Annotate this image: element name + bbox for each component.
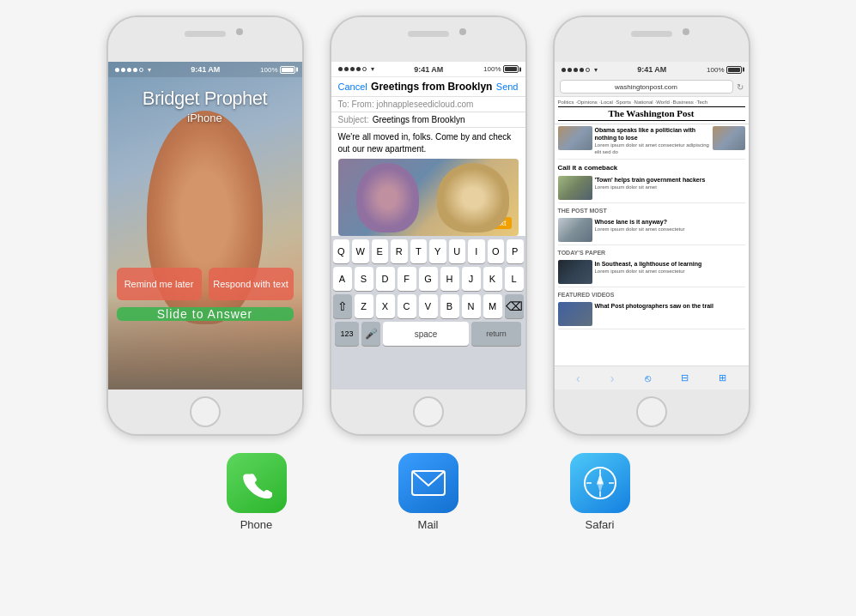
safari-bookmarks-btn[interactable]: ⊟ bbox=[681, 372, 689, 383]
key-s[interactable]: S bbox=[355, 267, 373, 291]
iphone-safari: ▾ 9:41 AM 100% washingtonpost.com bbox=[553, 15, 750, 436]
mail-cancel-btn[interactable]: Cancel bbox=[338, 82, 367, 92]
safari-app-label: Safari bbox=[586, 518, 615, 531]
iphone-home-bar-safari bbox=[555, 390, 749, 434]
caller-name: Bridget Prophet bbox=[108, 88, 302, 110]
key-row-1: Q W E R T Y U I O P bbox=[333, 239, 524, 263]
safari-url-text: washingtonpost.com bbox=[615, 83, 677, 91]
mail-topbar: Cancel Greetings from Brooklyn Send bbox=[331, 77, 525, 97]
wp-article-img-2 bbox=[558, 176, 592, 200]
safari-forward-btn[interactable]: › bbox=[610, 371, 615, 385]
iphone-top-bar bbox=[108, 17, 302, 62]
key-j[interactable]: J bbox=[462, 267, 481, 291]
phone-app-icon[interactable] bbox=[227, 453, 287, 513]
key-m[interactable]: M bbox=[483, 294, 502, 318]
iphone-speaker bbox=[185, 31, 226, 37]
battery-icon bbox=[280, 66, 295, 74]
key-return[interactable]: return bbox=[471, 322, 521, 346]
key-h[interactable]: H bbox=[440, 267, 459, 291]
key-row-3: ⇧ Z X C V B N M ⌫ bbox=[333, 294, 524, 318]
wp-article-headline-1[interactable]: Obama speaks like a politician with noth… bbox=[595, 126, 710, 142]
key-space[interactable]: space bbox=[383, 322, 469, 346]
key-t[interactable]: T bbox=[410, 239, 428, 263]
key-delete[interactable]: ⌫ bbox=[505, 294, 524, 318]
home-button[interactable] bbox=[190, 396, 221, 427]
iphone-camera-safari bbox=[683, 28, 689, 35]
slide-to-answer-btn[interactable]: Slide to Answer bbox=[117, 307, 294, 321]
key-row-4: 123 🎤 space return bbox=[333, 322, 524, 346]
key-n[interactable]: N bbox=[462, 294, 481, 318]
wp-article-text-5: What Post photographers saw on the trail bbox=[595, 302, 745, 326]
key-k[interactable]: K bbox=[483, 267, 502, 291]
safari-url-field[interactable]: washingtonpost.com bbox=[560, 80, 733, 94]
iphone-speaker-safari bbox=[631, 31, 672, 37]
signal-dot bbox=[580, 68, 584, 72]
status-time-safari: 9:41 AM bbox=[637, 65, 666, 74]
battery-fill-mail bbox=[505, 67, 517, 71]
wp-article-img-1 bbox=[558, 126, 592, 150]
wp-article-headline-2[interactable]: 'Town' helps train government hackers bbox=[595, 176, 745, 184]
signal-dot bbox=[356, 67, 361, 71]
svg-marker-8 bbox=[597, 481, 604, 493]
safari-app-icon[interactable] bbox=[570, 453, 630, 513]
key-b[interactable]: B bbox=[440, 294, 459, 318]
safari-refresh-icon[interactable]: ↻ bbox=[737, 82, 744, 92]
wp-article-sub-3: Lorem ipsum dolor sit amet consectetur bbox=[595, 226, 745, 233]
safari-tabs-btn[interactable]: ⊞ bbox=[719, 372, 726, 383]
safari-back-btn[interactable]: ‹ bbox=[576, 371, 580, 385]
battery-percent: 100% bbox=[260, 66, 277, 74]
safari-share-btn[interactable]: ⎋ bbox=[645, 372, 651, 384]
remind-btn[interactable]: Remind me later bbox=[117, 268, 202, 300]
wp-article-headline-4[interactable]: In Southeast, a lighthouse of learning bbox=[595, 260, 745, 268]
home-button-mail[interactable] bbox=[413, 396, 444, 427]
mail-subject-label: Subject: bbox=[338, 115, 369, 124]
key-l[interactable]: L bbox=[505, 267, 524, 291]
home-button-safari[interactable] bbox=[636, 396, 667, 427]
key-r[interactable]: R bbox=[391, 239, 408, 263]
key-p[interactable]: P bbox=[507, 239, 524, 263]
phone-app-icon-wrap: Phone bbox=[227, 453, 287, 531]
key-z[interactable]: Z bbox=[355, 294, 373, 318]
key-d[interactable]: D bbox=[376, 267, 395, 291]
status-bar-phone: ▾ 9:41 AM 100% bbox=[108, 62, 302, 77]
key-x[interactable]: X bbox=[376, 294, 395, 318]
key-e[interactable]: E bbox=[372, 239, 389, 263]
key-v[interactable]: V bbox=[419, 294, 438, 318]
respond-btn[interactable]: Respond with text bbox=[209, 268, 294, 300]
key-f[interactable]: F bbox=[398, 267, 416, 291]
mail-body[interactable]: We're all moved in, folks. Come by and c… bbox=[331, 128, 525, 159]
signal-dot bbox=[127, 68, 131, 72]
mail-app-content: ▾ 9:41 AM 100% Cancel Greetings from Bro… bbox=[331, 62, 525, 390]
key-u[interactable]: U bbox=[449, 239, 466, 263]
wp-article-row-1: Obama speaks like a politician with noth… bbox=[558, 126, 745, 160]
mail-send-btn[interactable]: Send bbox=[496, 82, 519, 92]
status-bar-mail: ▾ 9:41 AM 100% bbox=[331, 62, 525, 77]
key-num[interactable]: 123 bbox=[335, 322, 359, 346]
wp-article-text-2: 'Town' helps train government hackers Lo… bbox=[595, 176, 745, 200]
key-q[interactable]: Q bbox=[333, 239, 350, 263]
key-o[interactable]: O bbox=[488, 239, 505, 263]
wp-article-text-1: Obama speaks like a politician with noth… bbox=[595, 126, 710, 156]
key-mic[interactable]: 🎤 bbox=[361, 322, 380, 346]
mail-app-icon[interactable] bbox=[398, 453, 458, 513]
key-c[interactable]: C bbox=[398, 294, 416, 318]
next-suggestion-btn[interactable]: Next bbox=[485, 217, 512, 229]
key-w[interactable]: W bbox=[352, 239, 369, 263]
wifi-icon: ▾ bbox=[148, 66, 151, 74]
key-g[interactable]: G bbox=[419, 267, 438, 291]
signal-dot-empty bbox=[362, 67, 367, 71]
wp-article-headline-5[interactable]: What Post photographers saw on the trail bbox=[595, 302, 745, 310]
key-a[interactable]: A bbox=[333, 267, 352, 291]
key-y[interactable]: Y bbox=[429, 239, 446, 263]
battery-fill bbox=[282, 68, 294, 72]
keyboard: Q W E R T Y U I O P A S D bbox=[331, 236, 525, 390]
phone-screen: ▾ 9:41 AM 100% Bridget Prophet iPhone bbox=[108, 62, 302, 390]
key-i[interactable]: I bbox=[468, 239, 485, 263]
wp-article-sub-4: Lorem ipsum dolor sit amet consectetur bbox=[595, 269, 745, 275]
call-btns-top: Remind me later Respond with text bbox=[117, 268, 294, 300]
wp-article-sub-1: Lorem ipsum dolor sit amet consectetur a… bbox=[595, 142, 710, 156]
wp-article-headline-3[interactable]: Whose lane is it anyway? bbox=[595, 218, 745, 226]
phone-app-label: Phone bbox=[240, 518, 273, 531]
iphone-top-bar-safari bbox=[555, 17, 749, 62]
key-shift[interactable]: ⇧ bbox=[333, 294, 352, 318]
